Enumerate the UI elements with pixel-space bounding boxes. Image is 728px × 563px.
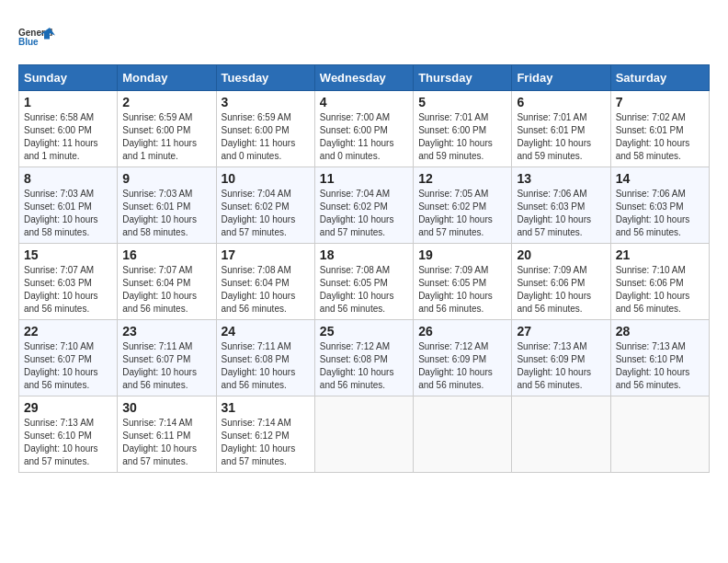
- calendar-cell: 29Sunrise: 7:13 AM Sunset: 6:10 PM Dayli…: [19, 396, 118, 473]
- day-number: 18: [320, 247, 408, 262]
- day-number: 25: [320, 324, 408, 339]
- weekday-header-tuesday: Tuesday: [216, 65, 314, 91]
- day-number: 4: [320, 95, 408, 109]
- calendar-cell: [512, 396, 610, 473]
- day-number: 24: [222, 324, 310, 339]
- day-number: 19: [418, 247, 506, 262]
- calendar-cell: 7Sunrise: 7:02 AM Sunset: 6:01 PM Daylig…: [610, 91, 709, 167]
- calendar-cell: [610, 396, 709, 473]
- calendar-cell: 4Sunrise: 7:00 AM Sunset: 6:00 PM Daylig…: [314, 91, 413, 167]
- logo: General Blue: [18, 18, 55, 55]
- day-number: 14: [616, 171, 704, 186]
- day-number: 2: [122, 95, 210, 109]
- day-number: 31: [222, 400, 310, 415]
- day-info: Sunrise: 7:07 AM Sunset: 6:03 PM Dayligh…: [24, 264, 112, 316]
- day-info: Sunrise: 7:04 AM Sunset: 6:02 PM Dayligh…: [320, 188, 408, 239]
- calendar-cell: 14Sunrise: 7:06 AM Sunset: 6:03 PM Dayli…: [610, 167, 709, 244]
- calendar-cell: 19Sunrise: 7:09 AM Sunset: 6:05 PM Dayli…: [414, 244, 512, 320]
- day-info: Sunrise: 7:10 AM Sunset: 6:07 PM Dayligh…: [24, 340, 112, 392]
- day-info: Sunrise: 7:14 AM Sunset: 6:12 PM Dayligh…: [222, 417, 310, 468]
- day-info: Sunrise: 6:58 AM Sunset: 6:00 PM Dayligh…: [24, 111, 112, 163]
- svg-text:Blue: Blue: [18, 37, 39, 47]
- day-info: Sunrise: 7:01 AM Sunset: 6:01 PM Dayligh…: [517, 111, 605, 163]
- day-number: 26: [418, 324, 506, 339]
- calendar-cell: [414, 396, 512, 473]
- calendar-cell: 8Sunrise: 7:03 AM Sunset: 6:01 PM Daylig…: [19, 167, 118, 244]
- calendar-cell: 3Sunrise: 6:59 AM Sunset: 6:00 PM Daylig…: [216, 91, 314, 167]
- calendar-cell: 11Sunrise: 7:04 AM Sunset: 6:02 PM Dayli…: [314, 167, 413, 244]
- calendar-cell: 9Sunrise: 7:03 AM Sunset: 6:01 PM Daylig…: [118, 167, 216, 244]
- calendar-cell: 21Sunrise: 7:10 AM Sunset: 6:06 PM Dayli…: [610, 244, 709, 320]
- calendar-cell: 22Sunrise: 7:10 AM Sunset: 6:07 PM Dayli…: [19, 320, 118, 396]
- week-row-4: 22Sunrise: 7:10 AM Sunset: 6:07 PM Dayli…: [19, 320, 710, 396]
- day-number: 30: [122, 400, 210, 415]
- day-info: Sunrise: 6:59 AM Sunset: 6:00 PM Dayligh…: [122, 111, 210, 163]
- day-info: Sunrise: 7:00 AM Sunset: 6:00 PM Dayligh…: [320, 111, 408, 163]
- day-number: 9: [122, 171, 210, 186]
- day-info: Sunrise: 7:02 AM Sunset: 6:01 PM Dayligh…: [616, 111, 704, 163]
- day-info: Sunrise: 7:13 AM Sunset: 6:09 PM Dayligh…: [517, 340, 605, 392]
- logo-icon: General Blue: [18, 18, 55, 55]
- day-info: Sunrise: 7:14 AM Sunset: 6:11 PM Dayligh…: [122, 417, 210, 468]
- weekday-header-row: SundayMondayTuesdayWednesdayThursdayFrid…: [19, 65, 710, 91]
- weekday-header-monday: Monday: [118, 65, 216, 91]
- day-info: Sunrise: 7:06 AM Sunset: 6:03 PM Dayligh…: [517, 188, 605, 239]
- calendar-cell: 10Sunrise: 7:04 AM Sunset: 6:02 PM Dayli…: [216, 167, 314, 244]
- day-number: 22: [24, 324, 112, 339]
- day-number: 5: [418, 95, 506, 109]
- calendar-cell: 23Sunrise: 7:11 AM Sunset: 6:07 PM Dayli…: [118, 320, 216, 396]
- calendar-cell: 27Sunrise: 7:13 AM Sunset: 6:09 PM Dayli…: [512, 320, 610, 396]
- page-header: General Blue: [18, 18, 710, 55]
- calendar-cell: 12Sunrise: 7:05 AM Sunset: 6:02 PM Dayli…: [414, 167, 512, 244]
- calendar-cell: 13Sunrise: 7:06 AM Sunset: 6:03 PM Dayli…: [512, 167, 610, 244]
- week-row-5: 29Sunrise: 7:13 AM Sunset: 6:10 PM Dayli…: [19, 396, 710, 473]
- day-info: Sunrise: 7:09 AM Sunset: 6:06 PM Dayligh…: [517, 264, 605, 316]
- day-number: 29: [24, 400, 112, 415]
- day-number: 1: [24, 95, 112, 109]
- day-number: 27: [517, 324, 605, 339]
- week-row-2: 8Sunrise: 7:03 AM Sunset: 6:01 PM Daylig…: [19, 167, 710, 244]
- calendar-cell: 1Sunrise: 6:58 AM Sunset: 6:00 PM Daylig…: [19, 91, 118, 167]
- calendar-cell: 26Sunrise: 7:12 AM Sunset: 6:09 PM Dayli…: [414, 320, 512, 396]
- day-number: 23: [122, 324, 210, 339]
- calendar-cell: 15Sunrise: 7:07 AM Sunset: 6:03 PM Dayli…: [19, 244, 118, 320]
- calendar-cell: 25Sunrise: 7:12 AM Sunset: 6:08 PM Dayli…: [314, 320, 413, 396]
- day-number: 20: [517, 247, 605, 262]
- calendar-cell: 18Sunrise: 7:08 AM Sunset: 6:05 PM Dayli…: [314, 244, 413, 320]
- day-info: Sunrise: 7:13 AM Sunset: 6:10 PM Dayligh…: [616, 340, 704, 392]
- day-info: Sunrise: 7:11 AM Sunset: 6:08 PM Dayligh…: [222, 340, 310, 392]
- weekday-header-thursday: Thursday: [414, 65, 512, 91]
- day-info: Sunrise: 6:59 AM Sunset: 6:00 PM Dayligh…: [222, 111, 310, 163]
- day-number: 11: [320, 171, 408, 186]
- week-row-1: 1Sunrise: 6:58 AM Sunset: 6:00 PM Daylig…: [19, 91, 710, 167]
- week-row-3: 15Sunrise: 7:07 AM Sunset: 6:03 PM Dayli…: [19, 244, 710, 320]
- day-number: 3: [222, 95, 310, 109]
- day-number: 8: [24, 171, 112, 186]
- weekday-header-saturday: Saturday: [610, 65, 709, 91]
- day-info: Sunrise: 7:03 AM Sunset: 6:01 PM Dayligh…: [122, 188, 210, 239]
- day-info: Sunrise: 7:09 AM Sunset: 6:05 PM Dayligh…: [418, 264, 506, 316]
- weekday-header-wednesday: Wednesday: [314, 65, 413, 91]
- day-info: Sunrise: 7:07 AM Sunset: 6:04 PM Dayligh…: [122, 264, 210, 316]
- day-number: 6: [517, 95, 605, 109]
- day-info: Sunrise: 7:10 AM Sunset: 6:06 PM Dayligh…: [616, 264, 704, 316]
- day-number: 10: [222, 171, 310, 186]
- day-info: Sunrise: 7:11 AM Sunset: 6:07 PM Dayligh…: [122, 340, 210, 392]
- calendar-cell: 24Sunrise: 7:11 AM Sunset: 6:08 PM Dayli…: [216, 320, 314, 396]
- calendar-cell: 20Sunrise: 7:09 AM Sunset: 6:06 PM Dayli…: [512, 244, 610, 320]
- day-info: Sunrise: 7:05 AM Sunset: 6:02 PM Dayligh…: [418, 188, 506, 239]
- day-number: 7: [616, 95, 704, 109]
- day-info: Sunrise: 7:08 AM Sunset: 6:04 PM Dayligh…: [222, 264, 310, 316]
- day-number: 17: [222, 247, 310, 262]
- day-info: Sunrise: 7:12 AM Sunset: 6:09 PM Dayligh…: [418, 340, 506, 392]
- calendar-cell: [314, 396, 413, 473]
- calendar-cell: 31Sunrise: 7:14 AM Sunset: 6:12 PM Dayli…: [216, 396, 314, 473]
- day-info: Sunrise: 7:08 AM Sunset: 6:05 PM Dayligh…: [320, 264, 408, 316]
- calendar-cell: 5Sunrise: 7:01 AM Sunset: 6:00 PM Daylig…: [414, 91, 512, 167]
- day-info: Sunrise: 7:03 AM Sunset: 6:01 PM Dayligh…: [24, 188, 112, 239]
- logo-mark: General Blue: [18, 18, 55, 55]
- day-number: 13: [517, 171, 605, 186]
- calendar-cell: 16Sunrise: 7:07 AM Sunset: 6:04 PM Dayli…: [118, 244, 216, 320]
- weekday-header-sunday: Sunday: [19, 65, 118, 91]
- weekday-header-friday: Friday: [512, 65, 610, 91]
